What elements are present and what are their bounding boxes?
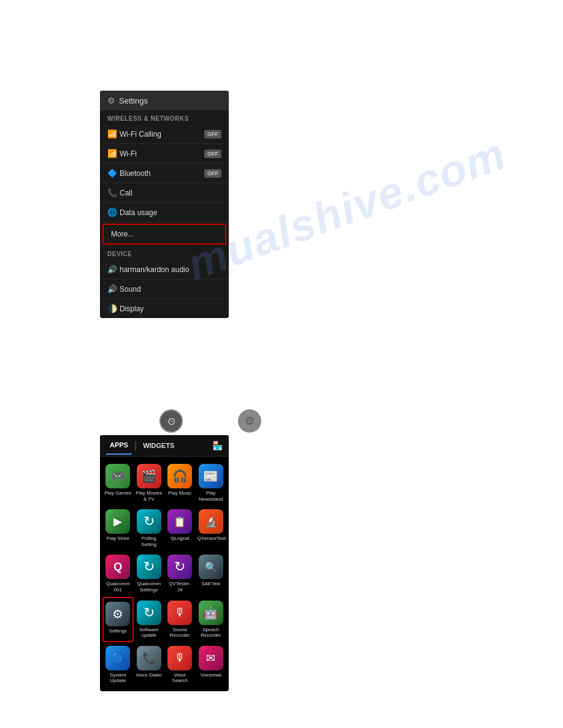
- app-system-update[interactable]: 🔵 System Update: [102, 642, 134, 688]
- qvtester-label: QVTester-J4: [166, 581, 193, 593]
- qsensortest-label: QSensorTest: [197, 536, 224, 542]
- apps-drawer: APPS | WIDGETS 🏪 🎮 Play Games 🎬 Play Mov…: [100, 435, 229, 691]
- tab-apps[interactable]: APPS: [106, 436, 132, 455]
- apps-drawer-icon[interactable]: ⊙: [159, 409, 183, 433]
- sound-label: Sound: [120, 285, 221, 294]
- data-usage-icon: 🌐: [107, 208, 120, 217]
- app-settings[interactable]: ⚙ Settings: [102, 597, 134, 642]
- app-play-movies[interactable]: 🎬 Play Movies & TV: [134, 460, 165, 506]
- qualcomm-001-icon: Q: [105, 555, 130, 579]
- display-item[interactable]: 🌓 Display: [100, 299, 229, 318]
- settings-title: Settings: [119, 96, 148, 105]
- app-qsensortest[interactable]: 🔬 QSensorTest: [196, 506, 227, 551]
- settings-app-label: Settings: [109, 628, 127, 634]
- settings-shortcut-icon[interactable]: ⚙: [238, 409, 261, 433]
- qualcomm-settings-label: Qualcomm Settings: [136, 581, 163, 593]
- software-update-label: Software update: [136, 627, 163, 639]
- bluetooth-item[interactable]: 🔷 Bluetooth OFF: [100, 164, 229, 183]
- play-games-icon: 🎮: [105, 464, 130, 488]
- play-movies-icon: 🎬: [137, 464, 161, 488]
- app-qlogcat[interactable]: 📋 QLogcat: [164, 506, 196, 551]
- voicemail-label: Voicemail: [201, 672, 221, 678]
- polling-icon: ↻: [137, 509, 161, 534]
- app-polling-setting[interactable]: ↻ Polling Setting: [134, 506, 165, 551]
- bluetooth-label: Bluetooth: [120, 169, 204, 178]
- tab-separator: |: [132, 435, 139, 456]
- play-movies-label: Play Movies & TV: [136, 490, 163, 502]
- wifi-label: Wi-Fi: [120, 150, 204, 158]
- call-label: Call: [120, 189, 221, 197]
- bluetooth-toggle[interactable]: OFF: [204, 169, 221, 178]
- data-usage-label: Data usage: [120, 208, 221, 217]
- sound-icon: 🔊: [107, 284, 120, 294]
- qsensortest-icon: 🔬: [199, 509, 223, 534]
- play-store-icon: ▶: [105, 509, 130, 534]
- wireless-networks-label: WIRELESS & NETWORKS: [100, 110, 229, 124]
- saetest-label: SAETest: [201, 581, 220, 587]
- harman-audio-label: harman/kardon audio: [120, 265, 221, 274]
- wifi-calling-item[interactable]: 📶 Wi-Fi Calling OFF: [100, 124, 229, 144]
- play-games-label: Play Games: [104, 490, 131, 496]
- play-music-icon: 🎧: [167, 464, 192, 488]
- voice-search-icon: 🎙: [167, 646, 192, 670]
- settings-header: ⚙ Settings: [100, 91, 229, 110]
- more-item[interactable]: More...: [102, 224, 226, 245]
- voicemail-icon: ✉: [199, 646, 223, 670]
- polling-label: Polling Setting: [136, 536, 163, 547]
- app-play-music[interactable]: 🎧 Play Music: [164, 460, 196, 506]
- app-play-store[interactable]: ▶ Play Store: [102, 506, 134, 551]
- app-saetest[interactable]: 🔍 SAETest: [196, 551, 227, 596]
- speech-recorder-icon: 🤖: [199, 601, 223, 625]
- store-icon[interactable]: 🏪: [212, 441, 223, 450]
- app-voicemail[interactable]: ✉ Voicemail: [196, 642, 227, 688]
- app-play-newsstand[interactable]: 📰 Play Newsstand: [196, 460, 227, 506]
- system-update-icon: 🔵: [105, 646, 130, 670]
- voice-search-label: Voice Search: [166, 672, 193, 684]
- sound-recorder-icon: 🎙: [167, 601, 192, 625]
- software-update-icon: ↻: [137, 601, 161, 625]
- app-voice-search[interactable]: 🎙 Voice Search: [164, 642, 196, 688]
- tab-widgets[interactable]: WIDGETS: [139, 437, 178, 454]
- watermark: mualshive.com: [180, 128, 512, 290]
- app-software-update[interactable]: ↻ Software update: [134, 597, 165, 642]
- app-voice-dialer[interactable]: 📞 Voice Dialer: [134, 642, 165, 688]
- harman-audio-item[interactable]: 🔊 harman/kardon audio: [100, 260, 229, 279]
- apps-grid: 🎮 Play Games 🎬 Play Movies & TV 🎧 Play M…: [100, 457, 229, 691]
- voice-dialer-icon: 📞: [137, 646, 161, 670]
- call-icon: 📞: [107, 188, 120, 197]
- drawer-tabs: APPS | WIDGETS 🏪: [100, 435, 229, 457]
- wifi-item[interactable]: 📶 Wi-Fi OFF: [100, 144, 229, 164]
- play-newsstand-icon: 📰: [199, 464, 223, 488]
- call-item[interactable]: 📞 Call: [100, 183, 229, 203]
- wifi-toggle[interactable]: OFF: [204, 150, 221, 158]
- bluetooth-icon: 🔷: [107, 169, 120, 178]
- wifi-calling-toggle[interactable]: OFF: [204, 130, 221, 138]
- app-qualcomm-settings[interactable]: ↻ Qualcomm Settings: [134, 551, 165, 596]
- qlogcat-icon: 📋: [167, 509, 192, 534]
- wifi-icon: 📶: [107, 149, 120, 158]
- app-sound-recorder[interactable]: 🎙 Sound Recorder: [164, 597, 196, 642]
- play-music-label: Play Music: [168, 490, 192, 496]
- sound-item[interactable]: 🔊 Sound: [100, 279, 229, 299]
- system-update-label: System Update: [104, 672, 131, 684]
- data-usage-item[interactable]: 🌐 Data usage: [100, 203, 229, 222]
- settings-panel: ⚙ Settings WIRELESS & NETWORKS 📶 Wi-Fi C…: [100, 91, 229, 318]
- wifi-calling-label: Wi-Fi Calling: [120, 130, 204, 138]
- app-speech-recorder[interactable]: 🤖 Speech Recorder: [196, 597, 227, 642]
- app-qvtester[interactable]: ↻ QVTester-J4: [164, 551, 196, 596]
- settings-app-icon: ⚙: [105, 602, 130, 626]
- settings-gear-icon: ⚙: [107, 96, 115, 105]
- qualcomm-001-label: Qualcomm 001: [104, 581, 131, 593]
- icons-row: ⊙ ⚙: [159, 409, 261, 433]
- voice-dialer-label: Voice Dialer: [136, 672, 162, 678]
- app-qualcomm-001[interactable]: Q Qualcomm 001: [102, 551, 134, 596]
- saetest-icon: 🔍: [199, 555, 223, 579]
- play-store-label: Play Store: [107, 536, 129, 542]
- sound-recorder-label: Sound Recorder: [166, 627, 193, 639]
- app-play-games[interactable]: 🎮 Play Games: [102, 460, 134, 506]
- qlogcat-label: QLogcat: [170, 536, 189, 542]
- play-newsstand-label: Play Newsstand: [197, 490, 224, 502]
- device-label: DEVICE: [100, 246, 229, 260]
- harman-audio-icon: 🔊: [107, 265, 120, 274]
- speech-recorder-label: Speech Recorder: [197, 627, 224, 639]
